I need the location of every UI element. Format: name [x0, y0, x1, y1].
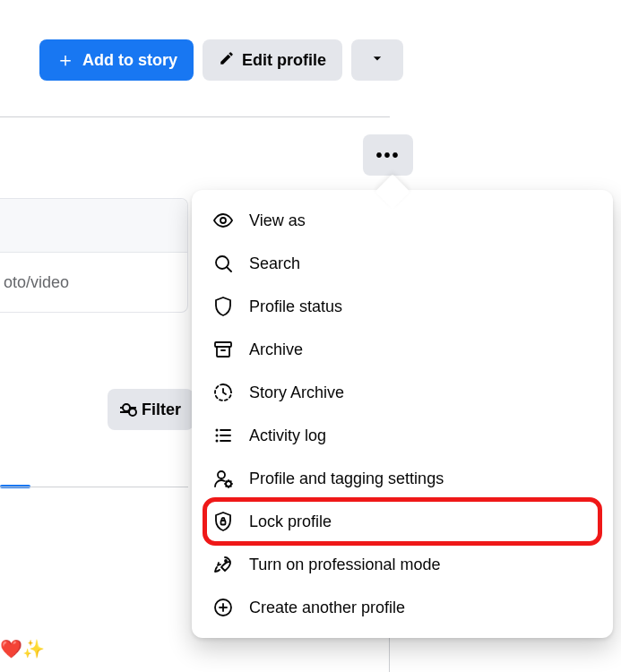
rocket-icon: [211, 553, 235, 576]
overflow-menu-button[interactable]: •••: [363, 134, 413, 176]
menu-item-create-profile[interactable]: Create another profile: [199, 586, 606, 629]
menu-item-label: Create another profile: [249, 599, 405, 617]
archive-icon: [211, 338, 235, 361]
menu-item-profile-tagging[interactable]: Profile and tagging settings: [199, 457, 606, 500]
svg-line-2: [227, 267, 231, 271]
menu-item-label: Lock profile: [249, 513, 332, 531]
menu-item-lock-profile[interactable]: Lock profile: [199, 500, 606, 543]
plus-icon: ＋: [56, 50, 75, 70]
rail-card: oto/video: [0, 198, 188, 313]
divider: [0, 487, 188, 487]
menu-item-label: Story Archive: [249, 383, 344, 402]
menu-item-activity-log[interactable]: Activity log: [199, 414, 606, 457]
filters-button[interactable]: Filter: [108, 389, 194, 430]
eye-icon: [211, 209, 235, 232]
menu-item-label: View as: [249, 211, 306, 230]
menu-item-label: Turn on professional mode: [249, 556, 440, 574]
chevron-down-icon: [368, 49, 386, 72]
menu-item-label: Profile status: [249, 297, 342, 316]
pencil-icon: [219, 50, 235, 71]
menu-item-story-archive[interactable]: Story Archive: [199, 371, 606, 414]
search-icon: [211, 252, 235, 275]
menu-panel: View asSearchProfile statusArchiveStory …: [192, 190, 613, 638]
left-rail: oto/video: [0, 198, 188, 672]
story-icon: [211, 381, 235, 404]
gear-person-icon: [211, 467, 235, 490]
edit-profile-button[interactable]: Edit profile: [203, 39, 342, 81]
photo-video-label: oto/video: [4, 273, 69, 292]
menu-item-label: Activity log: [249, 426, 326, 445]
list-icon: [211, 424, 235, 447]
photo-video-row[interactable]: oto/video: [0, 253, 187, 312]
svg-point-10: [218, 471, 225, 478]
plus-circle-icon: [211, 596, 235, 619]
ellipsis-icon: •••: [375, 145, 400, 166]
profile-top-actions: ＋ Add to story Edit profile: [39, 39, 403, 81]
menu-item-label: Archive: [249, 340, 303, 359]
filters-icon: [120, 407, 136, 413]
shield-icon: [211, 295, 235, 318]
more-actions-chevron-button[interactable]: [351, 39, 403, 81]
menu-item-archive[interactable]: Archive: [199, 328, 606, 371]
menu-item-label: Search: [249, 254, 300, 273]
menu-item-label: Profile and tagging settings: [249, 470, 444, 488]
svg-point-9: [216, 440, 219, 443]
menu-item-profile-status[interactable]: Profile status: [199, 285, 606, 328]
lock-shield-icon: [211, 510, 235, 533]
edit-profile-label: Edit profile: [242, 51, 326, 70]
svg-point-0: [220, 218, 226, 223]
divider: [0, 116, 390, 117]
add-to-story-button[interactable]: ＋ Add to story: [39, 39, 194, 81]
menu-item-view-as[interactable]: View as: [199, 199, 606, 242]
svg-rect-3: [215, 342, 231, 347]
svg-point-7: [216, 429, 219, 432]
emoji-text: ❤️✨: [0, 638, 45, 659]
svg-point-8: [216, 435, 219, 437]
add-to-story-label: Add to story: [82, 51, 177, 70]
rail-header: [0, 199, 187, 253]
menu-item-professional[interactable]: Turn on professional mode: [199, 543, 606, 586]
menu-item-search[interactable]: Search: [199, 242, 606, 285]
filters-label: Filter: [142, 401, 181, 419]
